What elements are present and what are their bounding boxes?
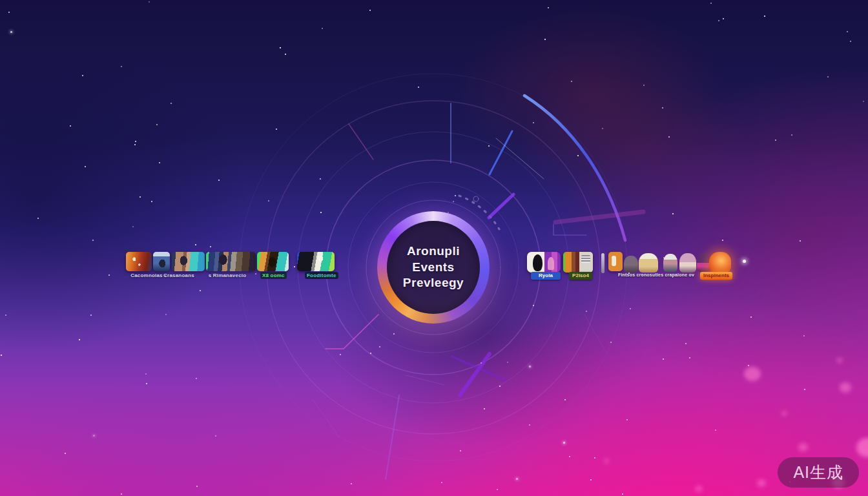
thumbnail-caption: X8 oomc <box>260 272 287 279</box>
center-title: Aronupli Events Prevleegy <box>387 243 480 291</box>
thumbnail-card[interactable] <box>257 252 289 271</box>
center-ring: Aronupli Events Prevleegy <box>377 211 490 324</box>
thumbnail-card[interactable] <box>172 252 205 271</box>
portrait-bust-glowing <box>709 252 731 273</box>
thumbnail-caption: s Rimanavecio <box>202 273 253 280</box>
thumbnail-badge[interactable]: P2iso4 <box>569 272 592 280</box>
portrait-bust <box>624 256 638 273</box>
portrait-bust <box>697 253 711 272</box>
thumbnail-card[interactable] <box>297 252 335 271</box>
thumbnail-card[interactable] <box>206 252 256 271</box>
thumbnail-badge[interactable]: Inspinents <box>700 272 732 280</box>
thumbnail-badge[interactable]: Ryola <box>531 272 561 280</box>
thumbnail-caption: Fooditomte <box>305 272 338 279</box>
thumbnail-card[interactable] <box>126 252 152 271</box>
center-title-line2: Prevleegy <box>387 275 480 291</box>
thumbnail-card[interactable] <box>563 252 593 273</box>
thumbnail-card[interactable] <box>527 252 561 273</box>
thumbnail-card[interactable] <box>153 252 170 271</box>
divider <box>601 253 604 273</box>
center-ring-inner: Aronupli Events Prevleegy <box>387 221 480 314</box>
center-title-line1: Aronupli Events <box>387 243 480 275</box>
thumbnail-caption: Crasanoans <box>153 273 205 280</box>
thumbnail-caption: Fintsos cronosuties crapaione ov <box>612 273 700 280</box>
portrait-bust <box>679 253 696 273</box>
portrait-bust <box>663 254 677 272</box>
sparkle-icon <box>743 260 746 263</box>
portrait-bust <box>639 253 658 273</box>
ai-generated-watermark: AI生成 <box>778 457 859 488</box>
thumbnail-card[interactable] <box>608 252 623 271</box>
